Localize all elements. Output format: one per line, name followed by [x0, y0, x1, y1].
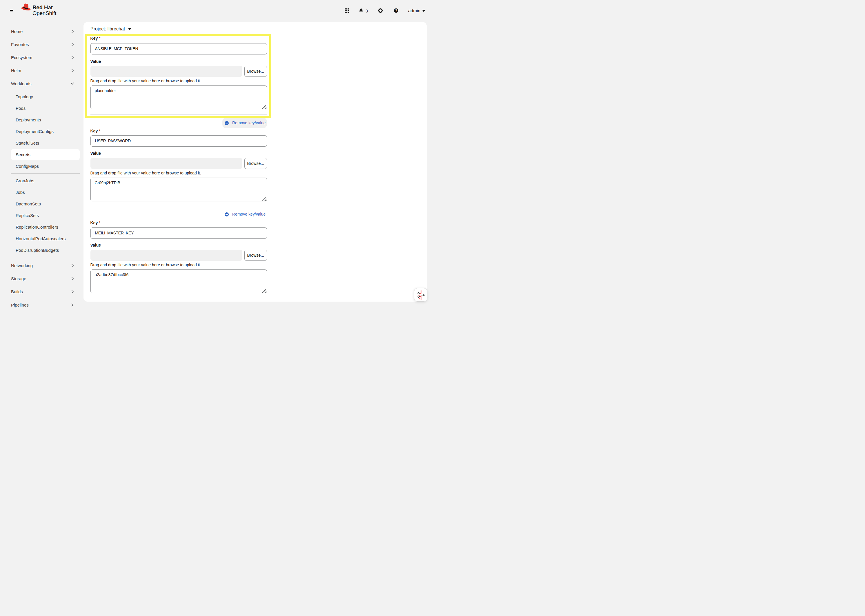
- svg-text:?: ?: [395, 9, 397, 12]
